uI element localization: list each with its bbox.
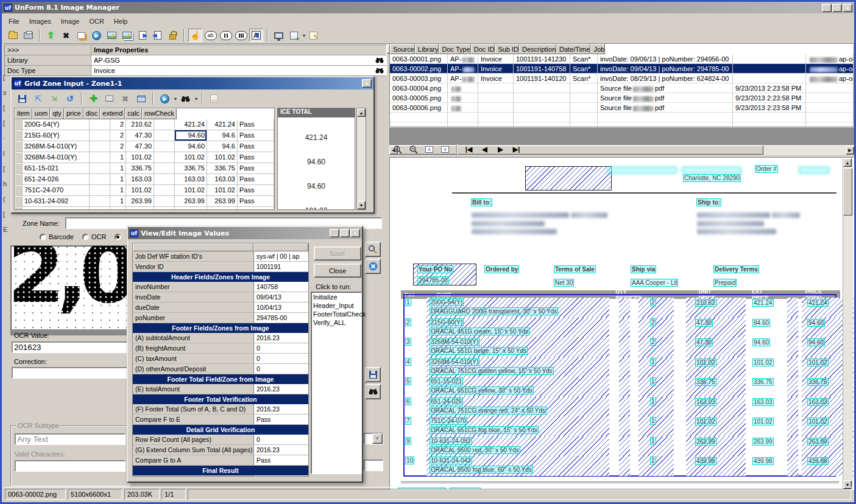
field-value[interactable]: 0: [253, 435, 308, 444]
grid-row[interactable]: 3268M-54-010(Y) 2 47.30 94.60 94.6 Pass: [15, 141, 274, 152]
field-value[interactable]: 2016.23: [253, 404, 308, 414]
xml-export-icon[interactable]: xml: [207, 92, 221, 105]
cell-calc[interactable]: 421.24: [207, 119, 238, 130]
cell-rowcheck[interactable]: Pass: [238, 196, 274, 207]
cell-qty[interactable]: 1: [110, 163, 126, 174]
cell-datetime[interactable]: 9/23/2013 2:23:58 PM: [733, 83, 806, 93]
close-icon[interactable]: ✕: [350, 229, 360, 237]
menu-item[interactable]: Image: [56, 16, 85, 26]
row-selector[interactable]: [15, 152, 23, 163]
cell-subid[interactable]: Scan*: [570, 64, 598, 74]
cell-uom[interactable]: [90, 163, 110, 174]
title-bar[interactable]: uf UnForm 8.1 Image Manager _ □ ✕: [2, 2, 854, 13]
cell-description[interactable]: Source filepdf: [598, 93, 733, 103]
cell-docid[interactable]: [514, 83, 570, 93]
cell-library[interactable]: AP-: [448, 54, 478, 64]
cell-datetime[interactable]: 9/23/2013 2:23:58 PM: [733, 103, 806, 113]
zoom-out-icon[interactable]: [406, 143, 420, 156]
row-selector[interactable]: [15, 130, 23, 141]
row-selector[interactable]: [15, 163, 23, 174]
text-zone-icon[interactable]: ab: [203, 29, 218, 42]
logo-zone[interactable]: [525, 166, 612, 191]
export-layers-icon[interactable]: [74, 29, 88, 42]
cell-disc[interactable]: [154, 130, 175, 141]
clear-zone-icon[interactable]: [365, 259, 381, 274]
row-selector[interactable]: [15, 174, 23, 185]
cell-extend[interactable]: 94.60: [175, 141, 207, 152]
ocr-radio[interactable]: OCR: [82, 233, 106, 240]
cell-rowcheck[interactable]: Pass: [238, 119, 274, 130]
zone-pane-scrollbar[interactable]: ▲ ▼: [356, 108, 366, 210]
field-value[interactable]: 2016.23: [253, 333, 308, 343]
page-down-icon[interactable]: ∨: [438, 143, 452, 156]
cell-qty[interactable]: 1: [110, 185, 126, 196]
cell-doctype[interactable]: [478, 83, 514, 93]
display-settings-icon[interactable]: [272, 29, 286, 42]
file-row[interactable]: 0063-00003.png AP- Invoice 1001191-14012…: [390, 74, 854, 83]
cell-subid[interactable]: [570, 103, 598, 113]
cell-qty[interactable]: 1: [110, 207, 126, 210]
files-column-header[interactable]: Description: [519, 44, 556, 54]
cell-rowcheck[interactable]: Pass: [238, 152, 274, 163]
cell-source[interactable]: 0063-00005.png: [390, 93, 448, 103]
cell-datetime[interactable]: 9/23/2013 2:23:58 PM: [733, 93, 806, 103]
cell-item[interactable]: 3268M-54-010(Y): [23, 152, 90, 163]
add-grid-icon[interactable]: [287, 29, 301, 42]
first-page-icon[interactable]: |◀: [462, 143, 476, 156]
cell-rowcheck[interactable]: Pass: [238, 163, 274, 174]
cell-library[interactable]: [448, 83, 478, 93]
file-row[interactable]: 0063-00002.png AP- Invoice 1001191-14075…: [390, 64, 854, 74]
grid-column-header[interactable]: price: [64, 108, 83, 119]
valid-characters-input[interactable]: [15, 460, 126, 472]
field-value[interactable]: Pass: [253, 415, 308, 424]
field-value[interactable]: 2016.23: [253, 384, 308, 394]
lock-icon[interactable]: [166, 29, 180, 42]
cell-qty[interactable]: 2: [110, 119, 126, 130]
cell-price[interactable]: 101.02: [126, 152, 154, 163]
run-list-item[interactable]: FooterTotalCheck: [313, 310, 361, 319]
image-icon[interactable]: [105, 29, 119, 42]
grid-zone-title-bar[interactable]: uf Grid Zone Input - Zone1-1 ✕: [12, 77, 373, 89]
barcode-zone-icon[interactable]: [234, 29, 248, 42]
last-page-icon[interactable]: ▶|: [509, 143, 523, 156]
grid-column-header[interactable]: item: [15, 108, 32, 119]
cell-calc[interactable]: 263.99: [207, 196, 238, 207]
zoom-in-icon[interactable]: [391, 143, 405, 156]
cell-source[interactable]: 0063-00002.png: [390, 64, 448, 74]
save-zone-icon[interactable]: [365, 367, 381, 382]
prev-page-icon[interactable]: ◀: [478, 143, 492, 156]
lookup-binoculars-icon[interactable]: [373, 66, 386, 75]
cell-docid[interactable]: 1001191-141230: [514, 54, 570, 64]
scrollbar-thumb[interactable]: [843, 168, 852, 215]
cell-qty[interactable]: 2: [110, 130, 126, 141]
grid-row[interactable]: 651-24-026 1 163.03 163.03 163.03 Pass: [15, 174, 274, 185]
row-selector[interactable]: [15, 207, 23, 210]
field-value[interactable]: sys-wf | 00 | ap: [253, 251, 308, 261]
cell-uom[interactable]: [90, 185, 110, 196]
cell-uom[interactable]: [90, 196, 110, 207]
delete-row-icon[interactable]: ✖: [118, 92, 132, 105]
cell-qty[interactable]: 1: [110, 152, 126, 163]
dialog-title-bar[interactable]: uf View/Edit Image Values _ □ ✕: [128, 227, 362, 239]
refresh-values-icon[interactable]: ⇲: [47, 92, 61, 105]
field-value[interactable]: 1001191: [253, 262, 308, 271]
cell-rowcheck[interactable]: Pass: [238, 207, 274, 210]
cell-item[interactable]: 10-631-24-092: [23, 196, 90, 207]
third-radio[interactable]: [115, 234, 121, 240]
preview-scrollbar[interactable]: ▲ ▼: [843, 158, 853, 489]
ocr-subtype-input[interactable]: [15, 433, 126, 445]
cell-disc[interactable]: [154, 163, 175, 174]
run-grid-dropdown[interactable]: ▾: [174, 96, 177, 102]
cell-job[interactable]: ap-ora: [806, 54, 854, 64]
cell-calc[interactable]: 94.6: [207, 141, 238, 152]
files-column-header[interactable]: Library: [415, 44, 439, 54]
grid-row[interactable]: 10-631-24-043 1 439.98 439.98 439.98 Pas…: [15, 207, 274, 210]
cell-qty[interactable]: 2: [110, 141, 126, 152]
cell-disc[interactable]: [154, 196, 175, 207]
grid-column-header[interactable]: calc: [125, 108, 142, 119]
row-selector[interactable]: [15, 141, 23, 152]
grid-column-header[interactable]: qty: [50, 108, 64, 119]
properties-expander[interactable]: >>>: [5, 45, 91, 55]
row-selector[interactable]: [15, 185, 23, 196]
cell-extend[interactable]: 263.99: [175, 196, 207, 207]
